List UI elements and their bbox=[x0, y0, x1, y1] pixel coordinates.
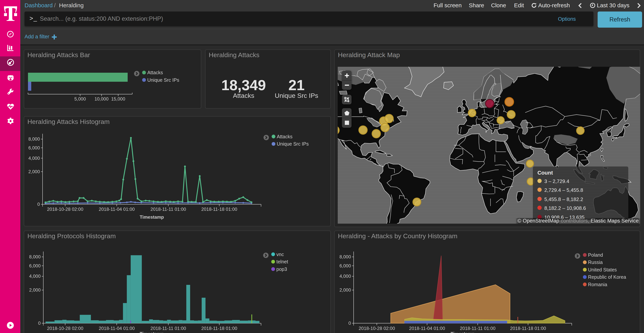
svg-text:4,000: 4,000 bbox=[29, 273, 40, 278]
svg-text:6,000: 6,000 bbox=[339, 263, 351, 268]
svg-text:United States: United States bbox=[588, 267, 616, 272]
svg-text:telnet: telnet bbox=[276, 259, 288, 264]
svg-text:Timestamp: Timestamp bbox=[140, 331, 164, 333]
svg-text:2,000: 2,000 bbox=[339, 287, 351, 292]
svg-text:2018-11-04 01:00: 2018-11-04 01:00 bbox=[98, 206, 134, 212]
svg-text:Timestamp: Timestamp bbox=[140, 214, 164, 219]
svg-text:Attacks: Attacks bbox=[276, 134, 292, 139]
svg-text:4,000: 4,000 bbox=[28, 155, 40, 161]
svg-text:Timestamp: Timestamp bbox=[450, 331, 474, 333]
svg-text:8,000: 8,000 bbox=[339, 254, 351, 259]
svg-text:Republic of Korea: Republic of Korea bbox=[588, 274, 626, 279]
svg-text:2018-11-04 01:00: 2018-11-04 01:00 bbox=[409, 325, 445, 331]
svg-text:2018-10-28 02:00: 2018-10-28 02:00 bbox=[47, 325, 83, 331]
svg-text:Unique Src IPs: Unique Src IPs bbox=[147, 77, 179, 83]
svg-text:2018-11-11 01:00: 2018-11-11 01:00 bbox=[150, 325, 186, 331]
svg-text:6,000: 6,000 bbox=[29, 263, 40, 268]
svg-text:pop3: pop3 bbox=[276, 266, 287, 272]
svg-text:2018-10-28 02:00: 2018-10-28 02:00 bbox=[358, 325, 395, 331]
svg-text:10,000: 10,000 bbox=[94, 96, 108, 101]
svg-text:15,000: 15,000 bbox=[111, 96, 125, 101]
svg-text:Unique Src IPs: Unique Src IPs bbox=[276, 141, 308, 146]
svg-text:2018-11-04 01:00: 2018-11-04 01:00 bbox=[98, 325, 134, 331]
svg-text:2018-11-18 01:00: 2018-11-18 01:00 bbox=[201, 206, 237, 212]
svg-text:8,000: 8,000 bbox=[29, 254, 40, 259]
svg-text:0: 0 bbox=[38, 320, 40, 325]
svg-text:5,000: 5,000 bbox=[74, 96, 86, 101]
svg-text:0: 0 bbox=[37, 201, 40, 207]
svg-text:Romania: Romania bbox=[588, 282, 607, 287]
svg-text:2018-11-18 01:00: 2018-11-18 01:00 bbox=[201, 325, 237, 331]
svg-text:vnc: vnc bbox=[276, 251, 284, 257]
svg-text:4,000: 4,000 bbox=[339, 273, 351, 278]
svg-text:2,000: 2,000 bbox=[29, 287, 40, 292]
svg-text:2,000: 2,000 bbox=[28, 169, 40, 174]
svg-text:2018-10-28 02:00: 2018-10-28 02:00 bbox=[47, 206, 83, 212]
svg-text:2018-11-11 01:00: 2018-11-11 01:00 bbox=[460, 325, 495, 331]
svg-text:Russia: Russia bbox=[588, 259, 602, 265]
svg-text:2018-11-11 01:00: 2018-11-11 01:00 bbox=[150, 206, 186, 212]
svg-text:8,000: 8,000 bbox=[28, 136, 40, 141]
svg-text:Attacks: Attacks bbox=[147, 70, 163, 75]
svg-text:0: 0 bbox=[348, 320, 351, 325]
svg-text:2018-11-18 01:00: 2018-11-18 01:00 bbox=[510, 325, 546, 331]
svg-text:Poland: Poland bbox=[588, 252, 603, 257]
svg-text:6,000: 6,000 bbox=[28, 145, 40, 150]
